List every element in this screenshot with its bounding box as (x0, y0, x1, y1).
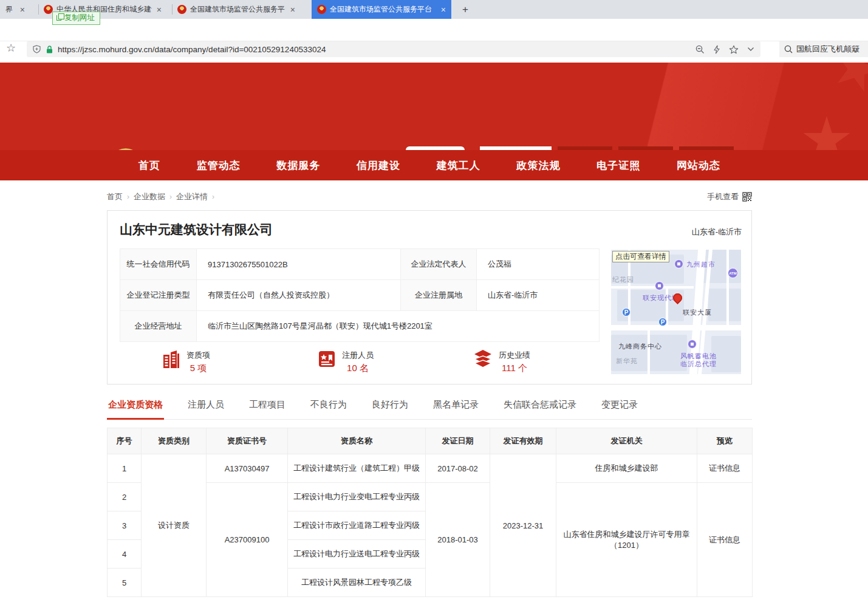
table-header-row: 序号 资质类别 资质证书号 资质名称 发证日期 发证有效期 发证机关 预览 (108, 428, 753, 454)
nav-supervision[interactable]: 监管动态 (197, 159, 241, 173)
copy-url-tooltip: 复制网址 (52, 12, 100, 25)
new-tab-button[interactable]: + (457, 2, 473, 18)
qualification-name: 工程设计电力行业送电工程专业丙级 (288, 540, 426, 569)
map-poi-icon (655, 281, 664, 290)
breadcrumb-company-detail[interactable]: 企业详情 (176, 191, 208, 202)
close-icon[interactable]: × (290, 5, 295, 14)
nav-policy[interactable]: 政策法规 (517, 159, 561, 173)
certificate-info-link[interactable]: 证书信息 (697, 483, 753, 597)
close-icon[interactable]: × (157, 5, 162, 14)
certificate-info-link[interactable]: 证书信息 (697, 454, 753, 483)
layers-icon (473, 350, 493, 368)
tab-separator (172, 4, 173, 15)
browser-tab-active[interactable]: 全国建筑市场监管公共服务平台 × (312, 0, 451, 19)
col-header: 资质类别 (142, 428, 207, 454)
header-decoration (406, 63, 868, 150)
location-map[interactable]: 点击可查看详情 九州超市 ATM 纪花园 联安现代城 联安大厦 P P 九峰商务… (611, 250, 741, 374)
stat-label: 资质项 (186, 350, 210, 361)
map-tooltip: 点击可查看详情 (612, 251, 669, 262)
close-icon[interactable]: × (441, 5, 446, 14)
favorite-star-icon[interactable] (729, 45, 739, 54)
field-label: 企业登记注册类型 (120, 280, 197, 311)
credit-code-value: 91371302675501022B (197, 249, 401, 280)
stat-value: 5 项 (190, 363, 207, 374)
row-number: 3 (108, 511, 142, 540)
table-row: 统一社会信用代码 91371302675501022B 企业法定代表人 公茂福 (120, 249, 600, 280)
page-content: 首页 › 企业数据 › 企业详情 › 手机查看 山东中元建筑设计有限公司 山东省… (107, 180, 752, 597)
qualification-name: 工程设计风景园林工程专项乙级 (288, 569, 426, 597)
browser-tab-jzsc[interactable]: 全国建筑市场监管公共服务平台 × (172, 0, 301, 19)
col-header: 发证有效期 (490, 428, 556, 454)
qr-code-icon (742, 192, 752, 202)
col-header: 预览 (697, 428, 753, 454)
stat-qualifications[interactable]: 资质项 5 项 (162, 350, 318, 374)
building-icon (162, 350, 180, 369)
nav-news[interactable]: 网站动态 (677, 159, 720, 173)
tab-title: 全国建筑市场监管公共服务平台 (330, 4, 436, 15)
tab-qualifications[interactable]: 企业资质资格 (107, 397, 164, 420)
tab-blacklist[interactable]: 黑名单记录 (432, 397, 480, 419)
bookmark-star-icon[interactable]: ☆ (6, 41, 16, 55)
map-label-garden: 纪花园 (612, 275, 634, 284)
col-header: 资质名称 (288, 428, 426, 454)
row-number: 4 (108, 540, 142, 569)
close-icon[interactable]: × (20, 5, 25, 14)
qualification-name: 工程设计建筑行业（建筑工程）甲级 (288, 454, 426, 483)
quick-search-box[interactable]: 国航回应飞机颠簸 (779, 41, 868, 57)
tab-change-records[interactable]: 变更记录 (600, 397, 639, 419)
company-region: 山东省-临沂市 (692, 227, 742, 238)
emblem-favicon-icon (177, 5, 186, 14)
stat-historical-performance[interactable]: 历史业绩 111 个 (473, 350, 629, 374)
breadcrumb-separator: › (169, 193, 172, 201)
map-poi-icon (674, 259, 683, 268)
breadcrumb: 首页 › 企业数据 › 企业详情 › 手机查看 (107, 191, 752, 202)
tab-projects[interactable]: 工程项目 (248, 397, 287, 419)
mobile-view-label: 手机查看 (707, 191, 739, 202)
map-label-battery-agent: 临沂总代理 (680, 360, 717, 369)
map-poi-icon (688, 340, 697, 349)
nav-credit[interactable]: 信用建设 (357, 159, 400, 173)
nav-data-service[interactable]: 数据服务 (276, 159, 320, 173)
breadcrumb-company-data[interactable]: 企业数据 (134, 191, 165, 202)
url-field[interactable]: https://jzsc.mohurd.gov.cn/data/company/… (27, 41, 760, 57)
qualification-name: 工程设计电力行业变电工程专业丙级 (288, 483, 426, 511)
field-label: 企业经营地址 (120, 311, 197, 342)
copy-icon (56, 15, 61, 21)
nav-home[interactable]: 首页 (138, 159, 160, 173)
tab-title: 全国建筑市场监管公共服务平台 (190, 4, 285, 15)
table-row: 企业经营地址 临沂市兰山区陶然路107号星河晶都（联安）现代城1号楼2201室 (120, 311, 600, 342)
map-label-tower: 联安大厦 (683, 308, 712, 317)
browser-tab-bar: 界 × 中华人民共和国住房和城乡建设 × 全国建筑市场监管公共服务平台 × 全国… (0, 0, 868, 19)
secure-lock-icon[interactable] (46, 46, 53, 53)
tab-good-behavior[interactable]: 良好行为 (371, 397, 409, 419)
emblem-favicon-icon (317, 5, 326, 14)
url-text[interactable]: https://jzsc.mohurd.gov.cn/data/company/… (58, 45, 689, 54)
stat-value: 10 名 (347, 363, 369, 374)
table-row: 企业登记注册类型 有限责任公司（自然人投资或控股） 企业注册属地 山东省-临沂市 (120, 280, 600, 311)
mobile-view-link[interactable]: 手机查看 (707, 191, 752, 202)
row-number: 1 (108, 454, 142, 483)
issue-date: 2017-08-02 (426, 454, 490, 483)
flash-icon[interactable] (713, 45, 720, 54)
tab-dishonesty-records[interactable]: 失信联合惩戒记录 (502, 397, 578, 419)
qualification-category: 设计资质 (142, 454, 207, 597)
quick-search-text: 国航回应飞机颠簸 (796, 44, 859, 55)
shield-icon[interactable] (33, 45, 41, 53)
zoom-out-icon[interactable] (695, 45, 705, 54)
table-row: 1 设计资质 A137030497 工程设计建筑行业（建筑工程）甲级 2017-… (108, 454, 753, 483)
tab-bad-behavior[interactable]: 不良行为 (309, 397, 348, 419)
registration-type-value: 有限责任公司（自然人投资或控股） (197, 280, 401, 311)
chevron-down-icon[interactable] (747, 47, 754, 52)
browser-tab-partial[interactable]: 界 × (0, 0, 30, 19)
stat-registered-personnel[interactable]: 注册人员 10 名 (318, 350, 473, 374)
qualification-name: 工程设计市政行业道路工程专业丙级 (288, 511, 426, 540)
certificate-icon (318, 350, 336, 368)
map-label-supermarket: 九州超市 (686, 260, 716, 269)
stat-label: 历史业绩 (499, 350, 530, 361)
tab-registered-personnel[interactable]: 注册人员 (186, 397, 225, 419)
nav-certificates[interactable]: 电子证照 (596, 159, 640, 173)
col-header: 发证机关 (556, 428, 697, 454)
issue-date: 2018-01-03 (426, 483, 490, 597)
nav-workers[interactable]: 建筑工人 (437, 159, 480, 173)
breadcrumb-home[interactable]: 首页 (107, 191, 123, 202)
